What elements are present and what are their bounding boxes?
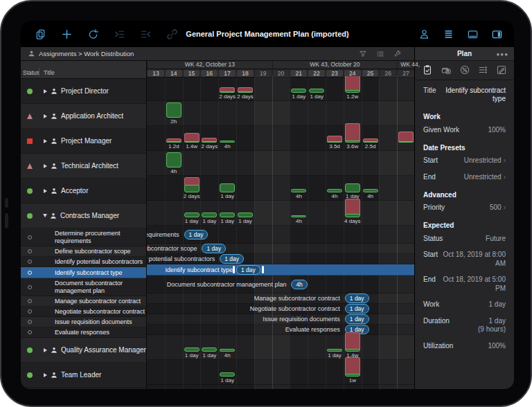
panel-bottom-icon[interactable] bbox=[467, 28, 479, 40]
field-end[interactable]: EndUnrestricted› bbox=[415, 169, 514, 186]
disclosure-collapsed-icon[interactable] bbox=[44, 114, 47, 118]
row-technical-architect[interactable]: Technical Architect bbox=[21, 154, 146, 179]
gantt-bar[interactable]: 1 day bbox=[202, 347, 217, 352]
undo-icon[interactable] bbox=[87, 28, 99, 40]
gantt-bar[interactable]: 4 days bbox=[345, 199, 360, 217]
field-end[interactable]: EndOct 18, 2019 at 5:00 PM bbox=[415, 272, 514, 297]
disclosure-collapsed-icon[interactable] bbox=[44, 89, 47, 93]
row-negotiate-subcontractor-contract[interactable]: Negotiate subcontractor contract bbox=[21, 307, 146, 317]
gantt-bar[interactable]: 4h bbox=[291, 189, 306, 192]
percent-icon[interactable] bbox=[459, 64, 470, 75]
row-identify-potential-subcontractors[interactable]: Identify potential subcontractors bbox=[21, 257, 146, 267]
gantt-bar[interactable]: 4h bbox=[220, 141, 235, 143]
row-contracts-manager[interactable]: Contracts Manager bbox=[21, 204, 146, 228]
indent-icon[interactable] bbox=[114, 28, 125, 40]
field-given-work[interactable]: Given Work100% bbox=[415, 122, 514, 138]
disclosure-collapsed-icon[interactable] bbox=[44, 139, 47, 143]
duration-badge[interactable]: 1 day bbox=[236, 265, 260, 275]
gantt-bar[interactable]: 1.4w bbox=[345, 332, 360, 352]
chart-row-negotiate-subcontractor-contract[interactable]: Negotiate subcontractor contract1 day bbox=[147, 304, 414, 314]
field-work[interactable]: Work1 day bbox=[415, 297, 514, 314]
duration-badge[interactable]: 1 day bbox=[345, 304, 369, 314]
money-icon[interactable] bbox=[441, 64, 452, 75]
duration-badge[interactable]: 1 day bbox=[184, 230, 209, 239]
chart-row-identify-potential-subcontractors[interactable]: Identify potential subcontractors1 day bbox=[147, 254, 414, 264]
link-icon[interactable] bbox=[166, 28, 178, 40]
drag-handle[interactable] bbox=[233, 266, 235, 273]
gantt-bar[interactable]: 1 day bbox=[327, 349, 342, 352]
gantt-bar[interactable]: 4h bbox=[363, 189, 378, 192]
gantt-bar[interactable] bbox=[398, 132, 414, 143]
row-document-subcontractor-management-plan[interactable]: Document subcontractor management plan bbox=[21, 278, 146, 296]
gantt-bar[interactable]: 1 day bbox=[345, 183, 360, 192]
duration-badge[interactable]: 1 day bbox=[202, 244, 226, 253]
drag-handle[interactable] bbox=[262, 266, 264, 273]
row-application-architect[interactable]: Application Architect bbox=[21, 104, 146, 129]
field-duration[interactable]: Duration1 day (9 hours) bbox=[415, 313, 514, 338]
row-define-subcontractor-scope[interactable]: Define subcontractor scope bbox=[21, 246, 146, 257]
row-acceptor[interactable]: Acceptor bbox=[21, 179, 146, 204]
resources-icon[interactable] bbox=[418, 28, 430, 40]
gantt-bar[interactable]: 2 days bbox=[238, 87, 253, 93]
row-project-manager[interactable]: Project Manager bbox=[21, 129, 146, 154]
gantt-bar[interactable]: 2 days bbox=[184, 177, 200, 192]
menu-icon[interactable] bbox=[443, 28, 454, 40]
row-determine-procurement-requirements[interactable]: Determine procurement requirements bbox=[21, 228, 146, 246]
breadcrumb[interactable]: Assignments > Work Distribution bbox=[21, 47, 414, 61]
field-utilization[interactable]: Utilization100% bbox=[415, 338, 514, 354]
documents-icon[interactable] bbox=[35, 28, 46, 40]
field-start[interactable]: StartUnrestricted› bbox=[415, 153, 514, 170]
chart-row-team-leader[interactable]: 1 day1w bbox=[147, 360, 414, 385]
outdent-icon[interactable] bbox=[140, 28, 152, 40]
chart-row-determine-procurement-requirements[interactable]: Determine procurement requirements1 day bbox=[147, 226, 414, 244]
disclosure-expanded-icon[interactable] bbox=[43, 214, 47, 217]
chart-row-acceptor[interactable]: 2 days1 day4h4h1 day4h bbox=[147, 176, 414, 201]
duration-badge[interactable]: 1 day bbox=[345, 293, 369, 303]
view-options-icon[interactable] bbox=[376, 50, 384, 58]
gantt-bar[interactable]: 1 day bbox=[202, 212, 217, 217]
gantt-bar[interactable]: 1.2d bbox=[166, 138, 181, 143]
gantt-bar[interactable]: 1 day bbox=[220, 212, 235, 217]
chart-row-technical-architect[interactable]: 4h bbox=[147, 151, 414, 176]
gantt-bar[interactable]: 4h bbox=[291, 215, 306, 217]
disclosure-collapsed-icon[interactable] bbox=[44, 189, 47, 193]
row-team-leader[interactable]: Team Leader bbox=[21, 363, 146, 388]
disclosure-collapsed-icon[interactable] bbox=[44, 373, 47, 377]
more-options-icon[interactable]: ●●● bbox=[497, 51, 509, 57]
gantt-bar[interactable]: 2h bbox=[166, 102, 181, 118]
gantt-bar[interactable]: 1 day bbox=[238, 212, 253, 217]
chart-row-evaluate-responses[interactable]: Evaluate responses1 day bbox=[147, 325, 414, 335]
chart-row-application-architect[interactable]: 2h bbox=[147, 101, 414, 126]
gantt-bar[interactable]: 1.4w bbox=[184, 133, 200, 143]
clipboard-check-icon[interactable] bbox=[422, 64, 433, 75]
gantt-bar[interactable]: 1w bbox=[345, 357, 360, 377]
field-priority[interactable]: Priority500› bbox=[415, 200, 514, 217]
gantt-bar[interactable]: 2 days bbox=[220, 87, 235, 93]
add-icon[interactable] bbox=[61, 28, 73, 40]
chart-row-issue-requisition-documents[interactable]: Issue requisition documents1 day bbox=[147, 314, 414, 325]
gantt-bar[interactable]: 1 day bbox=[291, 89, 306, 93]
row-quality-assurance-manager[interactable]: Quality Assurance Manager bbox=[21, 338, 146, 363]
chart-row-quality-assurance-manager[interactable]: 1 day1 day4h1 day1.4w bbox=[147, 335, 414, 360]
gantt-bar[interactable]: 1.2w bbox=[345, 76, 360, 93]
row-identify-subcontract-type[interactable]: Identify subcontract type bbox=[21, 267, 146, 278]
chart-row-document-subcontractor-management-plan[interactable]: Document subcontractor management plan4h bbox=[147, 275, 414, 293]
duration-badge[interactable]: 1 day bbox=[345, 314, 369, 324]
list-icon[interactable] bbox=[477, 64, 488, 75]
row-evaluate-responses[interactable]: Evaluate responses bbox=[21, 327, 146, 338]
gantt-bar[interactable]: 2 days bbox=[202, 138, 217, 143]
gantt-bar[interactable]: 3.6w bbox=[345, 123, 360, 143]
tools-icon[interactable] bbox=[393, 50, 402, 58]
chart-row-identify-subcontract-type[interactable]: Identify subcontract type1 day bbox=[147, 264, 414, 275]
chart-row-manage-subcontractor-contract[interactable]: Manage subcontractor contract1 day bbox=[147, 293, 414, 304]
chart-row-contracts-manager[interactable]: 1 day1 day1 day1 day4h4 days bbox=[147, 201, 414, 226]
chart-row-project-manager[interactable]: 1.2d1.4w2 days4h3.5d3.6w2.5d bbox=[147, 126, 414, 151]
gantt-bar[interactable]: 3.5d bbox=[327, 136, 342, 143]
chart-row-project-director[interactable]: 2 days2 days1 day1 day1.2w bbox=[147, 76, 414, 101]
duration-badge[interactable]: 1 day bbox=[220, 254, 244, 264]
gantt-bar[interactable]: 4h bbox=[327, 189, 342, 192]
filter-icon[interactable] bbox=[359, 50, 367, 58]
field-status[interactable]: StatusFuture bbox=[415, 230, 514, 247]
row-issue-requisition-documents[interactable]: Issue requisition documents bbox=[21, 317, 146, 327]
row-project-director[interactable]: Project Director bbox=[21, 79, 146, 104]
